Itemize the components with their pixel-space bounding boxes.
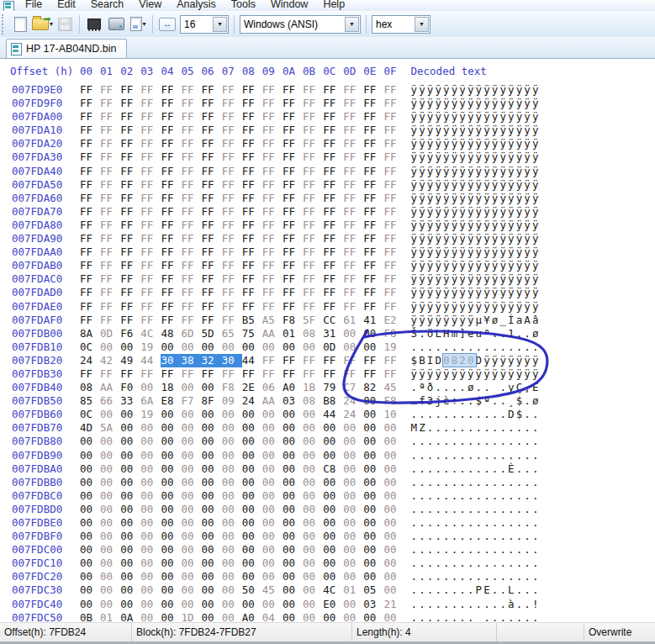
hex-byte[interactable]: E8 bbox=[161, 394, 181, 408]
hex-byte[interactable]: FF bbox=[283, 232, 303, 245]
hex-byte[interactable]: 00 bbox=[202, 449, 222, 462]
hex-byte[interactable]: FF bbox=[161, 165, 181, 178]
hex-byte[interactable]: FF bbox=[80, 300, 100, 314]
hex-byte[interactable]: FF bbox=[262, 110, 283, 124]
hex-byte[interactable]: 00 bbox=[343, 489, 363, 503]
hex-byte[interactable]: 00 bbox=[283, 489, 303, 503]
hex-byte[interactable]: FF bbox=[343, 219, 363, 232]
hex-byte[interactable]: FF bbox=[262, 232, 283, 245]
hex-byte[interactable]: 00 bbox=[262, 340, 283, 354]
hex-byte[interactable]: 00 bbox=[202, 408, 222, 421]
hex-byte[interactable]: FF bbox=[323, 83, 343, 97]
hex-byte[interactable]: FF bbox=[262, 219, 283, 232]
hex-byte[interactable]: 00 bbox=[140, 557, 161, 570]
hex-byte[interactable]: 00 bbox=[262, 476, 283, 489]
hex-byte[interactable]: FF bbox=[222, 205, 242, 219]
decoded-text[interactable]: ÿÿÿÿÿÿÿÿÿÿÿÿÿÿÿÿ bbox=[411, 259, 541, 272]
menu-item-analysis[interactable]: Analysis bbox=[169, 0, 224, 11]
hex-byte[interactable]: FF bbox=[80, 272, 100, 286]
hex-byte[interactable]: FF bbox=[181, 272, 201, 286]
hex-byte[interactable]: FF bbox=[100, 259, 120, 272]
hex-byte[interactable]: FF bbox=[161, 97, 181, 110]
hex-byte[interactable]: FF bbox=[202, 272, 222, 286]
hex-byte[interactable]: 00 bbox=[100, 583, 120, 597]
hex-byte[interactable]: FF bbox=[100, 83, 120, 97]
decoded-text[interactable]: ............È... bbox=[411, 462, 541, 476]
status-mode[interactable]: Overwrite bbox=[584, 623, 655, 641]
hex-byte[interactable]: 00 bbox=[161, 421, 181, 435]
hex-byte[interactable]: FF bbox=[242, 137, 262, 150]
hex-byte[interactable]: 00 bbox=[161, 570, 181, 583]
hex-byte[interactable]: FF bbox=[202, 300, 222, 314]
hex-byte[interactable]: 10 bbox=[383, 408, 404, 421]
menu-item-file[interactable]: File bbox=[18, 0, 50, 11]
hex-byte[interactable]: FF bbox=[222, 97, 242, 110]
hex-byte[interactable]: 00 bbox=[242, 435, 262, 448]
hex-byte[interactable]: FF bbox=[120, 205, 140, 219]
hex-byte[interactable]: FF bbox=[242, 367, 262, 381]
hex-byte[interactable]: 00 bbox=[363, 543, 383, 557]
decoded-text[interactable]: ................ bbox=[411, 340, 541, 354]
hex-byte[interactable]: 00 bbox=[262, 503, 283, 516]
hex-byte[interactable]: FF bbox=[303, 259, 323, 272]
hex-byte[interactable]: FF bbox=[242, 178, 262, 192]
hex-byte[interactable]: 00 bbox=[303, 449, 323, 462]
hex-byte[interactable]: 00 bbox=[140, 583, 161, 597]
hex-byte[interactable]: FF bbox=[242, 165, 262, 178]
hex-byte[interactable]: FF bbox=[383, 192, 404, 205]
hex-byte[interactable]: FF bbox=[303, 286, 323, 299]
hex-byte[interactable]: F8 bbox=[222, 381, 242, 394]
hex-byte[interactable]: 00 bbox=[222, 516, 242, 530]
hex-byte[interactable]: FF bbox=[181, 245, 201, 259]
hex-byte[interactable]: FF bbox=[140, 97, 161, 110]
menu-item-tools[interactable]: Tools bbox=[224, 0, 263, 11]
decoded-text[interactable]: ................ bbox=[411, 435, 541, 448]
hex-byte[interactable]: FF bbox=[283, 286, 303, 299]
decoded-text[interactable]: ................ bbox=[411, 476, 541, 489]
hex-byte[interactable]: FF bbox=[363, 219, 383, 232]
hex-byte[interactable]: FF bbox=[323, 192, 343, 205]
hex-byte[interactable]: 00 bbox=[242, 476, 262, 489]
hex-byte[interactable]: 32 bbox=[202, 354, 222, 367]
hex-byte[interactable]: FF bbox=[242, 259, 262, 272]
hex-byte[interactable]: FF bbox=[383, 110, 404, 124]
hex-byte[interactable]: FF bbox=[262, 83, 283, 97]
hex-byte[interactable]: 00 bbox=[303, 435, 323, 448]
hex-byte[interactable]: 00 bbox=[343, 503, 363, 516]
hex-byte[interactable]: 00 bbox=[80, 543, 100, 557]
hex-byte[interactable]: FF bbox=[181, 124, 201, 137]
hex-byte[interactable]: FF bbox=[202, 314, 222, 327]
hex-byte[interactable]: 00 bbox=[140, 530, 161, 543]
hex-byte[interactable]: 00 bbox=[283, 598, 303, 611]
hex-byte[interactable]: 00 bbox=[80, 503, 100, 516]
hex-byte[interactable]: FF bbox=[80, 205, 100, 219]
hex-byte[interactable]: FF bbox=[100, 300, 120, 314]
hex-byte[interactable]: FF bbox=[80, 245, 100, 259]
hex-byte[interactable]: FF bbox=[323, 354, 343, 367]
hex-byte[interactable]: 00 bbox=[222, 611, 242, 622]
hex-byte[interactable]: FF bbox=[323, 150, 343, 164]
hex-byte[interactable]: FF bbox=[323, 97, 343, 110]
hex-byte[interactable]: FF bbox=[262, 124, 283, 137]
hex-byte[interactable]: FF bbox=[100, 205, 120, 219]
hex-byte[interactable]: 00 bbox=[363, 570, 383, 583]
hex-byte[interactable]: 00 bbox=[161, 516, 181, 530]
decoded-text[interactable]: ÿÿÿÿÿÿÿÿÿÿÿÿÿÿÿÿ bbox=[411, 300, 541, 314]
hex-byte[interactable]: 00 bbox=[283, 340, 303, 354]
hex-byte[interactable]: B8 bbox=[323, 394, 343, 408]
hex-byte[interactable]: 00 bbox=[303, 557, 323, 570]
hex-byte[interactable]: 03 bbox=[363, 598, 383, 611]
decoded-segment[interactable]: Dÿÿÿÿÿÿÿ bbox=[476, 354, 541, 367]
hex-byte[interactable]: FF bbox=[80, 367, 100, 381]
hex-byte[interactable]: FF bbox=[140, 286, 161, 299]
hex-byte[interactable]: 00 bbox=[222, 503, 242, 516]
hex-byte[interactable]: FF bbox=[262, 286, 283, 299]
hex-byte[interactable]: 01 bbox=[283, 327, 303, 340]
hex-byte[interactable]: FF bbox=[283, 219, 303, 232]
hex-byte[interactable]: FF bbox=[80, 192, 100, 205]
hex-byte[interactable]: FF bbox=[181, 137, 201, 150]
hex-byte[interactable]: FF bbox=[222, 165, 242, 178]
decoded-text[interactable]: ÿÿÿÿÿÿÿÿÿÿÿÿÿÿÿÿ bbox=[411, 124, 541, 137]
hex-byte[interactable]: FF bbox=[222, 314, 242, 327]
hex-byte[interactable]: FF bbox=[222, 137, 242, 150]
